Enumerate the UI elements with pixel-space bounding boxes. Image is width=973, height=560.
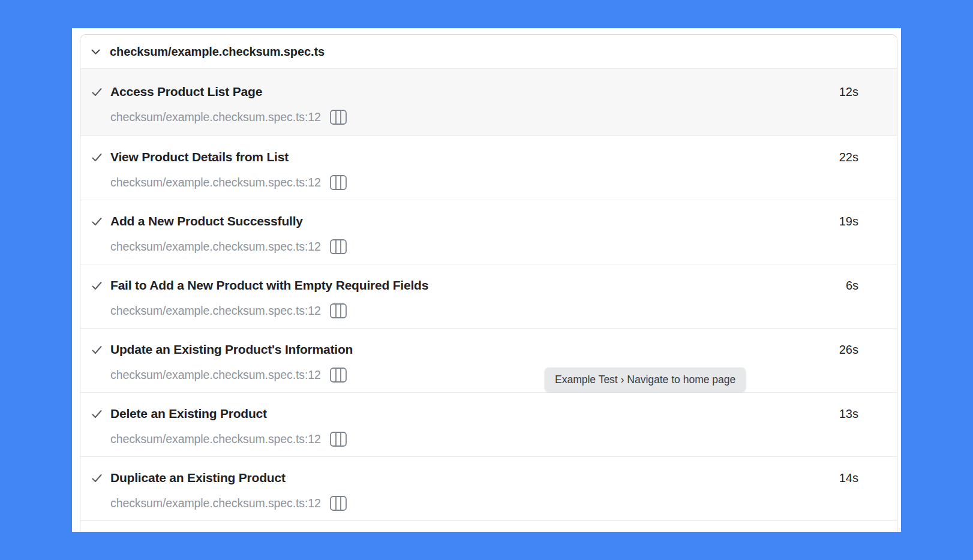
test-title: Duplicate an Existing Product: [110, 469, 286, 486]
check-icon: [90, 215, 104, 228]
test-row-subline: checksum/example.checksum.spec.ts:12: [110, 303, 858, 318]
test-duration: 22s: [839, 150, 858, 164]
test-row-main: Update an Existing Product's Information…: [90, 341, 858, 358]
test-duration: 26s: [839, 343, 858, 357]
columns-icon[interactable]: [330, 303, 347, 318]
test-row-subline: checksum/example.checksum.spec.ts:12: [110, 495, 858, 511]
test-file-card: checksum/example.checksum.spec.ts Access…: [80, 34, 897, 532]
test-row[interactable]: Duplicate an Existing Product 14s checks…: [80, 457, 897, 521]
columns-icon[interactable]: [330, 368, 347, 383]
test-location: checksum/example.checksum.spec.ts:12: [110, 496, 321, 510]
tooltip-text: Example Test › Navigate to home page: [555, 374, 735, 386]
check-icon: [90, 150, 104, 164]
test-row[interactable]: View Product Details from List 22s check…: [80, 136, 897, 200]
columns-icon[interactable]: [330, 496, 347, 511]
columns-icon[interactable]: [330, 175, 347, 190]
check-icon: [90, 407, 104, 421]
test-duration: 12s: [839, 85, 858, 99]
test-location: checksum/example.checksum.spec.ts:12: [110, 432, 321, 446]
test-location: checksum/example.checksum.spec.ts:12: [110, 240, 321, 254]
test-row-main: Fail to Add a New Product with Empty Req…: [90, 277, 858, 294]
test-location: checksum/example.checksum.spec.ts:12: [110, 176, 321, 189]
test-list: Access Product List Page 12s checksum/ex…: [80, 69, 897, 521]
test-row-main: Duplicate an Existing Product 14s: [90, 469, 858, 486]
file-group-title: checksum/example.checksum.spec.ts: [110, 45, 325, 59]
test-row-main: Add a New Product Successfully 19s: [90, 213, 858, 230]
test-row-main: Access Product List Page 12s: [90, 83, 858, 100]
report-page: checksum/example.checksum.spec.ts Access…: [72, 28, 901, 532]
tooltip: Example Test › Navigate to home page: [545, 368, 746, 392]
test-row-subline: checksum/example.checksum.spec.ts:12: [110, 367, 858, 383]
test-location: checksum/example.checksum.spec.ts:12: [110, 110, 321, 124]
file-group-header[interactable]: checksum/example.checksum.spec.ts: [80, 35, 897, 69]
test-row-subline: checksum/example.checksum.spec.ts:12: [110, 431, 858, 447]
test-row-subline: checksum/example.checksum.spec.ts:12: [110, 174, 858, 190]
chevron-down-icon[interactable]: [89, 46, 102, 58]
check-icon: [90, 471, 104, 485]
test-title: Update an Existing Product's Information: [110, 341, 353, 358]
test-title: Fail to Add a New Product with Empty Req…: [110, 277, 428, 294]
test-duration: 13s: [839, 407, 858, 421]
columns-icon[interactable]: [330, 239, 347, 254]
test-row[interactable]: Fail to Add a New Product with Empty Req…: [80, 264, 897, 329]
test-row-subline: checksum/example.checksum.spec.ts:12: [110, 239, 858, 254]
test-row[interactable]: Delete an Existing Product 13s checksum/…: [80, 393, 897, 457]
test-row[interactable]: Update an Existing Product's Information…: [80, 329, 897, 393]
columns-icon[interactable]: [330, 110, 347, 125]
columns-icon[interactable]: [330, 432, 347, 447]
test-row[interactable]: Add a New Product Successfully 19s check…: [80, 200, 897, 264]
test-duration: 14s: [839, 471, 858, 485]
test-title: Access Product List Page: [110, 83, 262, 100]
test-row[interactable]: Access Product List Page 12s checksum/ex…: [80, 69, 897, 136]
check-icon: [90, 343, 104, 357]
test-title: Delete an Existing Product: [110, 405, 267, 422]
test-title: Add a New Product Successfully: [110, 213, 303, 230]
check-icon: [90, 85, 104, 99]
test-row-subline: checksum/example.checksum.spec.ts:12: [110, 109, 858, 125]
check-icon: [90, 279, 104, 293]
test-location: checksum/example.checksum.spec.ts:12: [110, 304, 321, 318]
test-title: View Product Details from List: [110, 149, 289, 165]
test-row-main: Delete an Existing Product 13s: [90, 405, 858, 422]
test-location: checksum/example.checksum.spec.ts:12: [110, 368, 321, 382]
test-duration: 6s: [846, 279, 858, 293]
test-row-main: View Product Details from List 22s: [90, 149, 858, 165]
test-duration: 19s: [839, 215, 858, 228]
